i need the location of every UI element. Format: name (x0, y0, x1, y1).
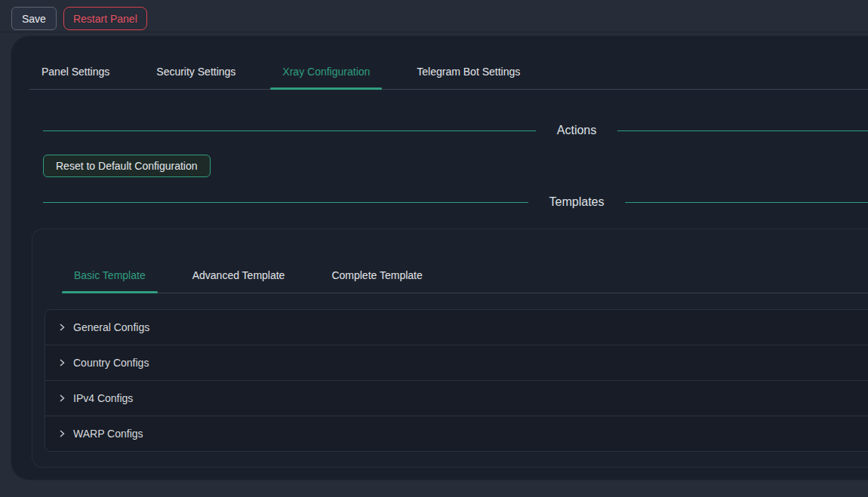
tab-basic-template[interactable]: Basic Template (62, 258, 158, 293)
tab-panel-settings[interactable]: Panel Settings (29, 54, 122, 89)
collapse-item-country-configs[interactable]: Country Configs (45, 345, 868, 381)
collapse-item-label: IPv4 Configs (73, 392, 133, 404)
tab-telegram-bot-settings[interactable]: Telegram Bot Settings (405, 54, 532, 89)
chevron-right-icon (57, 429, 66, 438)
chevron-right-icon (57, 394, 66, 403)
collapse-item-ipv4-configs[interactable]: IPv4 Configs (45, 381, 868, 416)
chevron-right-icon (57, 358, 66, 367)
tab-complete-template[interactable]: Complete Template (319, 258, 434, 293)
reset-default-configuration-button[interactable]: Reset to Default Configuration (43, 155, 211, 177)
settings-card: Panel Settings Security Settings Xray Co… (11, 35, 868, 480)
template-tabs: Basic Template Advanced Template Complet… (62, 258, 868, 293)
actions-divider: Actions (43, 122, 868, 139)
collapse-item-label: General Configs (73, 321, 149, 333)
actions-divider-label: Actions (536, 122, 617, 139)
save-button[interactable]: Save (11, 7, 57, 30)
chevron-right-icon (57, 323, 66, 332)
restart-panel-button[interactable]: Restart Panel (63, 7, 147, 30)
tab-advanced-template[interactable]: Advanced Template (180, 258, 297, 293)
templates-card: Basic Template Advanced Template Complet… (32, 229, 868, 468)
collapse-item-warp-configs[interactable]: WARP Configs (45, 416, 868, 451)
tab-security-settings[interactable]: Security Settings (144, 54, 248, 89)
tab-xray-configuration[interactable]: Xray Configuration (270, 54, 382, 89)
templates-divider-label: Templates (528, 194, 626, 210)
collapse-item-label: Country Configs (73, 357, 149, 369)
xray-configuration-pane: Actions Reset to Default Configuration T… (29, 122, 868, 468)
settings-tabs: Panel Settings Security Settings Xray Co… (29, 54, 868, 90)
collapse-item-label: WARP Configs (73, 428, 143, 440)
templates-divider: Templates (43, 194, 868, 210)
template-config-collapse: General Configs Country Configs IPv4 Con… (45, 309, 868, 452)
collapse-item-general-configs[interactable]: General Configs (45, 310, 868, 345)
top-toolbar: Save Restart Panel (0, 0, 868, 32)
